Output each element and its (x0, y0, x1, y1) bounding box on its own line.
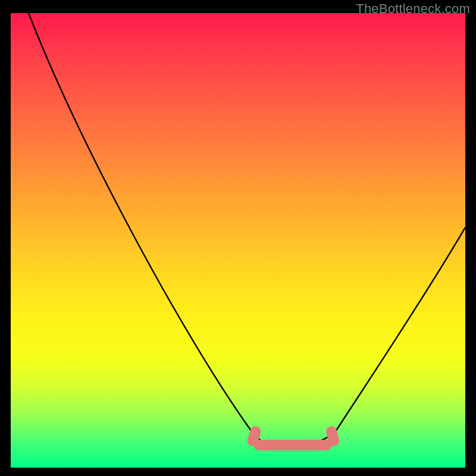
plot-area (11, 13, 465, 468)
chart-canvas: TheBottleneck.com (0, 0, 476, 476)
optimal-range-marker (253, 440, 332, 450)
bottleneck-curve-line (11, 13, 465, 468)
